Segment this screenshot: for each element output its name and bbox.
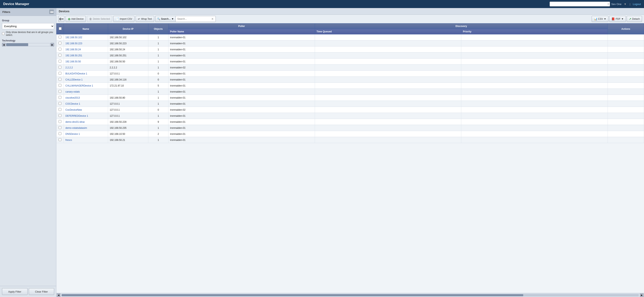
row-name[interactable]: BULKDATADevice 1: [64, 71, 108, 77]
row-name[interactable]: 192.168.50.102: [64, 34, 108, 40]
row-poller: ironmaiden-01: [168, 52, 315, 58]
row-name[interactable]: 2.2.2.2: [64, 64, 108, 71]
header-search-input[interactable]: [550, 2, 610, 6]
tech-scroll-left[interactable]: ◀: [2, 43, 6, 46]
row-priority: [461, 58, 608, 64]
row-name[interactable]: 192.168.50.24: [64, 46, 108, 52]
row-checkbox[interactable]: [58, 120, 62, 123]
row-checkbox[interactable]: [58, 78, 62, 81]
row-checkbox[interactable]: [58, 108, 62, 111]
row-checkbox[interactable]: [58, 60, 62, 62]
search-dropdown-arrow: ▼: [172, 18, 174, 20]
bottom-scrollbar-bar: ◀ ▶: [56, 293, 644, 297]
row-actions: [608, 101, 644, 107]
col-header-time-queued[interactable]: Time Queued: [315, 29, 461, 34]
search-dropdown-label: Search...: [161, 18, 171, 20]
apply-filter-button[interactable]: Apply Filter: [2, 288, 28, 295]
col-header-actions[interactable]: Actions: [608, 24, 644, 34]
row-name[interactable]: CALLDDevice 1: [64, 77, 108, 83]
row-poller: ironmaiden-01: [168, 113, 315, 119]
row-checkbox[interactable]: [58, 48, 62, 50]
row-name[interactable]: CocDeviceNew: [64, 107, 108, 113]
row-ip: 127.0.0.1: [108, 107, 148, 113]
row-name[interactable]: demo-xstatsdatasim: [64, 125, 108, 131]
row-checkbox[interactable]: [58, 126, 62, 129]
row-checkbox[interactable]: [58, 84, 62, 87]
row-actions: [608, 137, 644, 143]
row-check-cell: [56, 125, 64, 131]
row-time-queued: [315, 137, 461, 143]
table-row: canary-xstats 1 ironmaiden-01: [56, 89, 644, 95]
row-name[interactable]: COCDevice 1: [64, 101, 108, 107]
group-select[interactable]: Everything: [2, 23, 54, 29]
pdf-button[interactable]: 📕 PDF ▼: [609, 16, 626, 22]
row-checkbox[interactable]: [58, 114, 62, 117]
add-device-icon: ⊕: [68, 17, 70, 21]
row-checkbox[interactable]: [58, 138, 62, 141]
row-name[interactable]: DNSDevice 1: [64, 131, 108, 137]
col-header-name[interactable]: Name: [64, 24, 108, 34]
logout-link[interactable]: Logout: [633, 2, 641, 6]
row-name[interactable]: CALLMANAGERDevice 1: [64, 83, 108, 89]
search-clear-icon[interactable]: ✕: [211, 17, 214, 20]
tech-scroll-right[interactable]: ▶: [50, 43, 54, 46]
row-name[interactable]: canary-xstats: [64, 89, 108, 95]
table-row: CALLMANAGERDevice 1 172.21.97.10 5 ironm…: [56, 83, 644, 89]
row-check-cell: [56, 46, 64, 52]
col-header-ip[interactable]: Device IP: [108, 24, 148, 34]
col-header-priority[interactable]: Priority: [461, 29, 608, 34]
row-checkbox[interactable]: [58, 42, 62, 44]
row-checkbox[interactable]: [58, 66, 62, 68]
row-name[interactable]: 192.168.50.50: [64, 58, 108, 64]
scroll-right-button[interactable]: ▶: [640, 294, 644, 297]
csv-icon: 📊: [594, 17, 597, 20]
main-layout: Filters ◀◀ Group Everything Only show de…: [0, 8, 644, 297]
row-checkbox[interactable]: [58, 72, 62, 75]
select-all-checkbox[interactable]: [59, 27, 62, 30]
row-checkbox[interactable]: [58, 96, 62, 99]
table-row: CALLDDevice 1 192.168.34.116 0 ironmaide…: [56, 77, 644, 83]
header-search-clear-icon[interactable]: ✕: [607, 2, 610, 6]
search-dropdown-button[interactable]: 🔍 Search... ▼: [155, 16, 176, 22]
col-header-check[interactable]: [56, 24, 64, 34]
add-device-button[interactable]: ⊕ Add Device: [66, 16, 86, 22]
row-name[interactable]: 192.168.50.251: [64, 52, 108, 58]
col-header-objects[interactable]: Objects: [148, 24, 168, 34]
detach-button[interactable]: ↗ Detach: [627, 16, 642, 22]
table-row: DNSDevice 1 192.168.10.50 2 ironmaiden-0…: [56, 131, 644, 137]
wrap-text-button[interactable]: ↵ Wrap Text: [136, 16, 154, 22]
table-row: 192.168.50.50 192.168.50.50 1 ironmaiden…: [56, 58, 644, 64]
row-checkbox[interactable]: [58, 90, 62, 93]
row-name[interactable]: 192.168.50.223: [64, 40, 108, 46]
search-input[interactable]: [176, 16, 216, 22]
row-time-queued: [315, 89, 461, 95]
row-name[interactable]: DEFERREDDevice 1: [64, 113, 108, 119]
row-name[interactable]: fresco: [64, 137, 108, 143]
import-csv-button[interactable]: 📄 Import CSV: [113, 16, 134, 22]
detach-label: Detach: [632, 18, 640, 20]
filters-header: Filters ◀◀: [0, 8, 56, 16]
delete-selected-button[interactable]: 🗑 Delete Selected: [87, 16, 112, 22]
row-name[interactable]: ciscolive2013: [64, 95, 108, 101]
row-checkbox[interactable]: [58, 54, 62, 56]
row-checkbox[interactable]: [58, 102, 62, 105]
row-checkbox[interactable]: [58, 36, 62, 38]
filters-collapse-button[interactable]: ◀◀: [49, 10, 54, 14]
horizontal-scrollbar[interactable]: [62, 294, 639, 296]
col-header-poller-name[interactable]: Poller Name: [168, 29, 315, 34]
row-time-queued: [315, 64, 461, 71]
scroll-left-button[interactable]: ◀: [57, 294, 60, 297]
settings-gear-button[interactable]: ⚙ ▼: [58, 16, 64, 22]
row-name[interactable]: demo-dnc01-idrac: [64, 119, 108, 125]
csv-button[interactable]: 📊 CSV ▼: [592, 16, 608, 22]
wrap-text-label: Wrap Text: [141, 18, 152, 20]
toolbar-right: 📊 CSV ▼ 📕 PDF ▼ ↗ Detach: [592, 16, 642, 22]
row-ip: 127.0.0.1: [108, 113, 148, 119]
clear-filter-button[interactable]: Clear Filter: [29, 288, 54, 295]
col-header-discovery-group[interactable]: Discovery: [315, 24, 608, 29]
row-actions: [608, 46, 644, 52]
row-ip: 172.21.97.10: [108, 83, 148, 89]
col-header-poller-group[interactable]: Poller: [168, 24, 315, 29]
row-checkbox[interactable]: [58, 132, 62, 135]
only-all-groups-checkbox[interactable]: [2, 32, 5, 35]
